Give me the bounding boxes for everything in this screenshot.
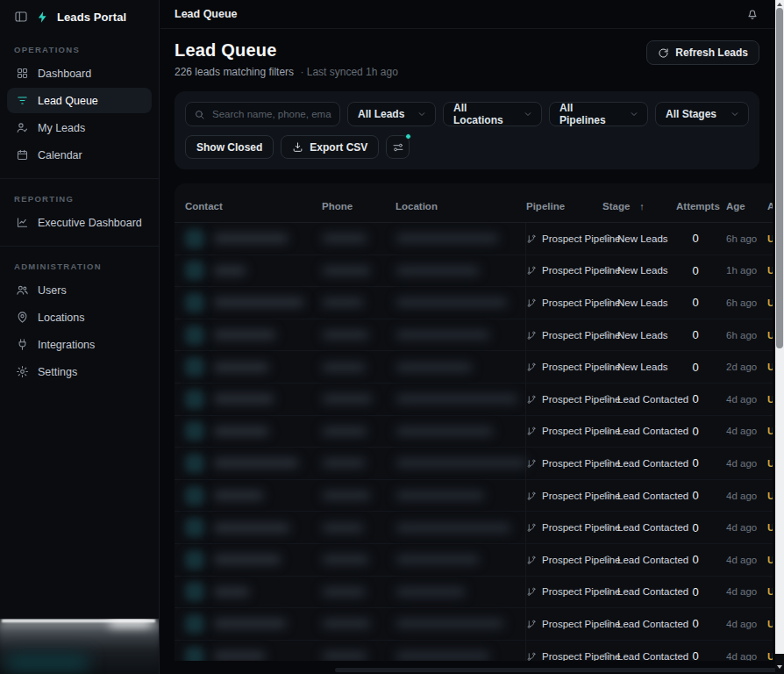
bell-icon[interactable] xyxy=(745,7,759,21)
scroll-up-arrow-icon[interactable] xyxy=(777,3,782,6)
filter-select-all-locations[interactable]: All Locations xyxy=(443,102,542,126)
age-value: 4d ago xyxy=(715,491,766,501)
attempts-value: 0 xyxy=(676,456,715,470)
plug-icon xyxy=(16,338,29,351)
layers-icon xyxy=(602,266,612,276)
assignee-value-clipped: U xyxy=(766,265,773,276)
table-row[interactable]: Prospect PipelineNew Leads06h agoU xyxy=(175,287,773,319)
phone-cell xyxy=(322,298,396,307)
redacted-avatar xyxy=(185,390,204,409)
sidebar-item-lead-queue[interactable]: Lead Queue xyxy=(7,88,152,113)
redacted-avatar xyxy=(185,454,204,473)
sidebar-item-calendar[interactable]: Calendar xyxy=(7,142,152,168)
pipeline-cell: Prospect Pipeline xyxy=(525,319,602,351)
stage-cell: Lead Contacted xyxy=(602,651,676,661)
vertical-scrollbar-thumb[interactable] xyxy=(776,8,783,348)
redacted-location xyxy=(396,491,485,500)
contact-cell xyxy=(175,390,322,409)
sidebar-item-executive-dashboard[interactable]: Executive Dashboard xyxy=(7,210,152,235)
scroll-down-arrow-icon[interactable] xyxy=(777,665,782,669)
assignee-value-clipped: U xyxy=(766,394,773,405)
sidebar-item-my-leads[interactable]: My Leads xyxy=(7,115,152,140)
stage-value: New Leads xyxy=(617,233,668,244)
filter-select-all-stages[interactable]: All Stages xyxy=(655,102,749,126)
table-row[interactable]: Prospect PipelineLead Contacted04d agoU xyxy=(175,512,773,544)
sidebar-item-settings[interactable]: Settings xyxy=(7,359,152,384)
location-cell xyxy=(396,491,525,500)
redacted-avatar xyxy=(185,518,204,537)
table-row[interactable]: Prospect PipelineNew Leads06h agoU xyxy=(175,319,773,352)
column-header-age[interactable]: Age xyxy=(715,201,766,212)
redacted-contact-name xyxy=(213,233,289,243)
sidebar-item-locations[interactable]: Locations xyxy=(7,305,152,330)
layers-icon xyxy=(602,330,612,340)
git-branch-icon xyxy=(526,362,537,372)
last-synced-text: · Last synced 1h ago xyxy=(300,66,397,78)
table-row[interactable]: Prospect PipelineLead Contacted04d agoU xyxy=(175,608,773,641)
git-branch-icon xyxy=(526,586,537,597)
assignee-value-clipped: U xyxy=(766,522,773,533)
table-row[interactable]: Prospect PipelineLead Contacted04d agoU xyxy=(175,641,773,661)
select-value: All Stages xyxy=(666,108,716,120)
table-row[interactable]: Prospect PipelineLead Contacted04d agoU xyxy=(175,480,773,513)
git-branch-icon xyxy=(526,491,537,501)
topbar: Lead Queue xyxy=(160,0,775,29)
redacted-contact-name xyxy=(213,330,276,340)
sidebar-toggle-icon[interactable] xyxy=(14,10,28,24)
column-settings-button[interactable] xyxy=(386,135,410,159)
vertical-scrollbar[interactable] xyxy=(775,0,784,654)
table-row[interactable]: Prospect PipelineLead Contacted04d agoU xyxy=(175,416,773,448)
sidebar-item-users[interactable]: Users xyxy=(7,277,152,303)
filter-select-all-leads[interactable]: All Leads xyxy=(347,102,436,126)
sidebar-item-dashboard[interactable]: Dashboard xyxy=(7,61,152,86)
stage-cell: Lead Contacted xyxy=(602,458,676,469)
location-cell xyxy=(396,298,525,307)
redacted-location xyxy=(396,555,480,564)
refresh-leads-button[interactable]: Refresh Leads xyxy=(646,40,759,65)
phone-cell xyxy=(322,233,396,243)
export-csv-button[interactable]: Export CSV xyxy=(281,135,379,159)
lead-count-text: 226 leads matching filters xyxy=(175,66,294,78)
table-row[interactable]: Prospect PipelineNew Leads01h agoU xyxy=(175,255,773,288)
table-row[interactable]: Prospect PipelineLead Contacted04d agoU xyxy=(175,384,773,416)
git-branch-icon xyxy=(526,265,537,276)
phone-cell xyxy=(322,427,396,436)
layers-icon xyxy=(602,394,612,404)
pipeline-cell: Prospect Pipeline xyxy=(525,416,602,448)
column-header-pipeline[interactable]: Pipeline xyxy=(525,201,602,212)
sidebar-item-label: Settings xyxy=(38,366,77,378)
sidebar-item-integrations[interactable]: Integrations xyxy=(7,332,152,357)
location-cell xyxy=(396,651,525,661)
stage-cell: Lead Contacted xyxy=(602,555,676,565)
filter-select-all-pipelines[interactable]: All Pipelines xyxy=(549,102,648,126)
redacted-avatar xyxy=(185,582,204,601)
table-row[interactable]: Prospect PipelineLead Contacted04d agoU xyxy=(175,544,773,577)
table-row[interactable]: Prospect PipelineNew Leads02d agoU xyxy=(175,351,773,384)
layers-icon xyxy=(602,619,612,628)
horizontal-scrollbar[interactable] xyxy=(335,668,784,672)
table-row[interactable]: Prospect PipelineNew Leads06h agoU xyxy=(175,223,773,255)
redacted-contact-name xyxy=(213,458,299,468)
redacted-location xyxy=(396,619,504,628)
table-row[interactable]: Prospect PipelineLead Contacted04d agoU xyxy=(175,448,773,480)
search-input[interactable] xyxy=(212,109,331,119)
pipeline-cell: Prospect Pipeline xyxy=(525,255,602,287)
stage-cell: Lead Contacted xyxy=(602,522,676,533)
stage-cell: Lead Contacted xyxy=(602,394,676,405)
phone-cell xyxy=(322,651,396,661)
stage-value: New Leads xyxy=(617,362,668,372)
attempts-value: 0 xyxy=(676,425,715,438)
redacted-location xyxy=(396,458,527,468)
column-header-location: Location xyxy=(396,201,525,212)
refresh-leads-label: Refresh Leads xyxy=(675,47,748,59)
show-closed-button[interactable]: Show Closed xyxy=(185,135,274,159)
pipeline-cell: Prospect Pipeline xyxy=(525,641,602,661)
table-row[interactable]: Prospect PipelineLead Contacted04d agoU xyxy=(175,577,773,609)
layers-icon xyxy=(602,427,612,436)
layers-icon xyxy=(602,491,612,500)
column-header-stage[interactable]: Stage↑ xyxy=(602,201,676,212)
attempts-value: 0 xyxy=(676,617,715,630)
pipeline-cell: Prospect Pipeline xyxy=(525,480,602,512)
column-header-attempts[interactable]: Attempts xyxy=(676,201,715,212)
age-value: 4d ago xyxy=(715,586,766,597)
